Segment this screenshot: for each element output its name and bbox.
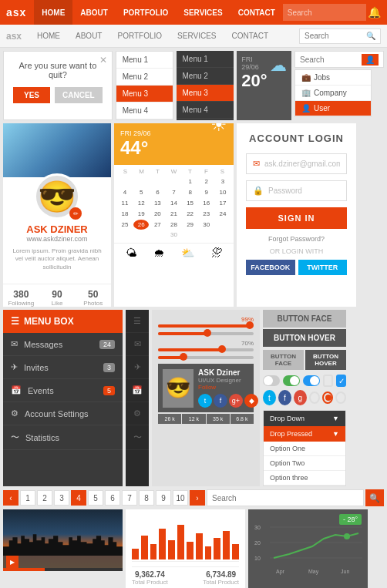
facebook-social-icon[interactable]: f (278, 390, 291, 405)
page-3[interactable]: 3 (54, 490, 69, 506)
dropdown-pressed[interactable]: Drop Pressed ▼ (264, 426, 345, 442)
notif-item-user[interactable]: 👤 User (295, 101, 371, 116)
cal-day-24[interactable]: 24 (215, 209, 231, 219)
menu-invites[interactable]: ✈ Invites 3 (3, 356, 123, 379)
cal-day-2[interactable]: 2 (199, 176, 214, 186)
menu-messages[interactable]: ✉ Messages 24 (3, 333, 123, 356)
slider-track-3[interactable] (158, 348, 254, 351)
toggle-on[interactable] (283, 375, 300, 386)
sidebar-dark-item-menu[interactable]: ☰ (126, 310, 149, 333)
button-state-hover[interactable]: BUTTON HOVER (305, 350, 346, 370)
sidebar-dark-item-cal[interactable]: 📅 (126, 379, 149, 402)
cal-day-27[interactable]: 27 (150, 220, 165, 230)
sidebar-dark-item-gear[interactable]: ⚙ (126, 402, 149, 425)
radio-empty[interactable] (335, 391, 346, 404)
dropdown-dark-item-2[interactable]: Menu 2 (177, 68, 234, 85)
edit-avatar-button[interactable]: ✏ (69, 207, 82, 220)
slider-track-4[interactable] (158, 356, 254, 359)
cal-day-8[interactable]: 8 (183, 187, 198, 197)
cal-day-11[interactable]: 11 (117, 198, 133, 208)
slider-thumb-4[interactable] (180, 353, 187, 361)
sidebar-dark-item-send[interactable]: ✈ (126, 356, 149, 379)
search-notif-icon[interactable]: 👤 (362, 54, 379, 66)
page-9[interactable]: 9 (156, 490, 171, 506)
search-input-top[interactable] (288, 8, 362, 17)
checkbox-unchecked[interactable] (323, 375, 333, 387)
cal-day-4[interactable]: 4 (117, 187, 133, 197)
notif-item-company[interactable]: 🏢 Company (295, 86, 371, 101)
page-2[interactable]: 2 (37, 490, 52, 506)
cal-day-3[interactable]: 3 (215, 176, 231, 186)
page-1[interactable]: 1 (20, 490, 35, 506)
cal-day-14[interactable]: 14 (166, 198, 181, 208)
sidebar-dark-item-mail[interactable]: ✉ (126, 333, 149, 356)
twitter-social-icon[interactable]: t (263, 390, 276, 405)
page-5[interactable]: 5 (88, 490, 103, 506)
cal-day-1[interactable]: 1 (183, 176, 198, 186)
cal-day-29[interactable]: 29 (183, 220, 198, 230)
page-4-active[interactable]: 4 (71, 490, 86, 506)
password-input[interactable] (268, 186, 340, 195)
notif-item-jobs[interactable]: 💼 Jobs (295, 70, 371, 86)
button-state-face[interactable]: BUTTON FACE (263, 350, 304, 370)
facebook-btn-small[interactable]: f (214, 394, 227, 408)
email-input[interactable] (264, 160, 340, 168)
search-pagination-button[interactable]: 🔍 (365, 489, 384, 506)
dropdown-item-1[interactable]: Menu 1 (116, 52, 173, 69)
dropdown-option-3[interactable]: Option three (264, 471, 345, 486)
button-face[interactable]: BUTTON FACE (263, 310, 346, 328)
cal-day-10[interactable]: 10 (215, 187, 231, 197)
cal-day-28[interactable]: 28 (166, 220, 181, 230)
dropdown-option-1[interactable]: Option One (264, 442, 345, 456)
dropdown-dark-item-4[interactable]: Menu 4 (177, 102, 234, 119)
nav2-about[interactable]: ABOUT (68, 25, 109, 48)
cal-day-20[interactable]: 20 (150, 209, 165, 219)
dropdown-dark-item-1[interactable]: Menu 1 (177, 51, 234, 68)
dropdown-item-2[interactable]: Menu 2 (116, 69, 173, 86)
cal-day-16[interactable]: 16 (199, 198, 214, 208)
slider-thumb-1[interactable] (246, 321, 254, 329)
signin-button[interactable]: SIGN IN (246, 207, 347, 229)
page-8[interactable]: 8 (139, 490, 154, 506)
cancel-button[interactable]: CANCEL (55, 87, 103, 103)
search-pagination-input[interactable] (212, 494, 358, 502)
slider-thumb-3[interactable] (218, 345, 226, 353)
dropdown-item-3-active[interactable]: Menu 3 (116, 86, 173, 102)
nav-portfolio[interactable]: PORTFOLIO (116, 0, 176, 25)
nav-about[interactable]: ABOUT (72, 0, 116, 25)
toggle-blue[interactable] (303, 375, 320, 386)
page-10[interactable]: 10 (173, 490, 188, 506)
yes-button[interactable]: YES (13, 87, 50, 103)
twitter-btn-small[interactable]: t (198, 394, 212, 408)
radio-unselected[interactable] (309, 391, 320, 404)
dropdown-option-2[interactable]: Option Two (264, 456, 345, 471)
radio-selected[interactable] (322, 391, 333, 404)
cal-day-7[interactable]: 7 (166, 187, 181, 197)
menu-account-settings[interactable]: ⚙ Account Settings (3, 402, 123, 425)
notification-bell[interactable]: 🔔 (368, 6, 381, 18)
button-hover[interactable]: BUTTON HOVER (263, 329, 346, 347)
twitter-login-button[interactable]: TWITTER (298, 260, 348, 275)
search-input-notif[interactable] (300, 55, 362, 64)
menu-statistics[interactable]: 〜 Statistics (3, 425, 123, 450)
nav-contact[interactable]: CONTACT (231, 0, 283, 25)
google-social-icon[interactable]: g (294, 390, 307, 405)
page-7[interactable]: 7 (122, 490, 137, 506)
search-input-second[interactable] (305, 32, 366, 40)
google-btn-small[interactable]: g+ (229, 394, 243, 408)
toggle-off[interactable] (263, 375, 280, 386)
orange-btn-small[interactable]: ◆ (244, 394, 258, 408)
cal-day-22[interactable]: 22 (183, 209, 198, 219)
cal-day-19[interactable]: 19 (133, 209, 149, 219)
pagination-next[interactable]: › (190, 490, 205, 506)
cal-day-13[interactable]: 13 (150, 198, 165, 208)
play-button[interactable]: ▶ (6, 556, 19, 568)
close-icon[interactable]: ✕ (99, 55, 107, 66)
dropdown-item-4[interactable]: Menu 4 (116, 102, 173, 119)
forgot-password-link[interactable]: Forgot Password? (246, 235, 347, 243)
nav2-home[interactable]: HOME (29, 25, 68, 48)
nav2-portfolio[interactable]: PORTFOLIO (109, 25, 170, 48)
slider-track-1[interactable] (158, 324, 254, 328)
nav-services[interactable]: SERVICES (176, 0, 230, 25)
nav2-contact[interactable]: CONTACT (224, 25, 276, 48)
